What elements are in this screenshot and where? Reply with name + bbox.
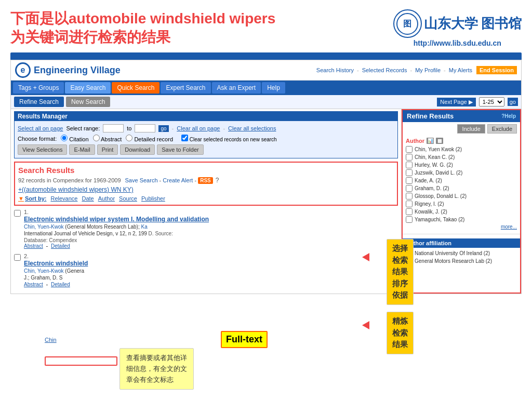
author-label-8: Rigney, I. (2) [415,201,444,207]
author-item-7: Glossop, Donald L. (2) [406,193,517,200]
email-button[interactable]: E-Mail [69,144,95,155]
view-selections-button[interactable]: View Selections [18,144,67,155]
select-range-label: Select range: [66,125,100,131]
author-check-1[interactable] [406,146,413,153]
end-session-button[interactable]: End Session [476,66,517,74]
abstract-radio-label[interactable]: Abstract [93,135,122,142]
abstract-link-1[interactable]: Abstract [24,243,43,249]
sort-date[interactable]: Date [82,195,94,202]
callout-sort-arrow [362,253,369,261]
result-2-checkbox[interactable] [14,254,21,261]
print-button[interactable]: Print [97,144,118,155]
chart-icon[interactable]: 📊 [427,138,434,144]
search-history-link[interactable]: Search History [316,67,354,73]
author-check-8[interactable] [406,201,413,207]
page-range-select[interactable]: 1-25 [479,97,504,107]
author-check-5[interactable] [406,177,413,184]
chin-link[interactable]: Chin, Yuen-Kwok [24,224,64,230]
result-2-title[interactable]: Electronic windshield [24,260,398,267]
result-2-content: 2. Electronic windshield Chin, Yuen-Kwok… [24,253,398,287]
refine-search-button[interactable]: Refine Search [14,97,64,107]
author-check-10[interactable] [406,216,413,223]
save-search-link[interactable]: Save Search [125,177,158,183]
author-check-6[interactable] [406,185,413,192]
library-url: http://www.lib.sdu.edu.cn [414,39,501,47]
result-1-title[interactable]: Electronic windshield wiper system I. Mo… [24,216,398,223]
exclude-button[interactable]: Exclude [487,124,517,134]
tab-help[interactable]: Help [262,82,285,94]
tab-expert-search[interactable]: Expert Search [161,82,210,94]
selected-records-link[interactable]: Selected Records [362,67,407,73]
refine-title: Refine Results [407,112,454,120]
detailed-radio[interactable] [126,135,132,141]
detailed-link-1[interactable]: Detailed [51,243,70,249]
create-alert-link[interactable]: Create Alert [163,177,193,183]
author-check-2[interactable] [406,154,413,161]
chin-link-2[interactable]: Chin, Yuen-Kwok [24,268,64,274]
clear-all-link[interactable]: Clear all selections [228,125,276,131]
sort-publisher[interactable]: Publisher [141,195,165,202]
detailed-radio-label[interactable]: Detailed record [126,135,173,142]
clear-selected-checkbox-label[interactable]: Clear selected records on new search [181,135,277,142]
author-section: Author 📊 ▦ Chin, Yuen Kwok (2) Chin, Kea… [403,136,520,232]
author-label-10: Yamaguchi, Takao (2) [415,217,464,222]
more-authors-link[interactable]: more... [406,224,517,230]
grid-icon[interactable]: ▦ [436,138,443,144]
include-exclude-row: Include Exclude [403,122,520,136]
query-link[interactable]: +((automobile windshield wipers) WN KY) [18,186,394,193]
sort-source[interactable]: Source [119,195,137,202]
new-search-button[interactable]: New Search [66,97,110,107]
blue-banner [10,52,522,60]
next-page-button[interactable]: Next Page ▶ [437,98,475,107]
go-button[interactable]: go [508,98,518,106]
university-name: 山东大学 图书馆 [424,15,522,33]
save-to-folder-button[interactable]: Save to Folder [157,144,204,155]
refine-help[interactable]: ?Help [501,113,516,119]
ev-logo-icon: e [15,62,31,78]
result-1-num: 1. [24,209,398,215]
abstract-radio[interactable] [93,135,100,141]
author-check-9[interactable] [406,208,413,215]
author-check-3[interactable] [406,162,413,168]
abstract-link-2[interactable]: Abstract [24,282,43,287]
tab-quick-search[interactable]: Quick Search [112,82,159,94]
tab-ask-expert[interactable]: Ask an Expert [212,82,261,94]
author-label-9: Kowalik, J. (2) [415,209,447,215]
clear-selected-checkbox[interactable] [181,135,188,141]
select-all-link[interactable]: Select all on page [18,125,63,131]
author-item-3: Hurley, W. G. (2) [406,162,517,168]
range-to-input[interactable] [135,124,155,132]
ev-container: e Engineering Village Search History - S… [10,60,522,294]
callout-refine-arrow [362,321,369,329]
university-logo: 图 山东大学 图书馆 http://www.lib.sdu.edu.cn [393,9,522,47]
detailed-link-2[interactable]: Detailed [51,282,70,287]
range-go-button[interactable]: go [158,125,168,132]
my-alerts-link[interactable]: My Alerts [449,67,472,73]
author-item-6: Graham, D. (2) [406,185,517,192]
range-from-input[interactable] [103,124,124,132]
rss-button[interactable]: RSS [198,177,213,184]
svg-text:图: 图 [403,19,411,28]
citation-radio[interactable] [61,135,68,141]
my-profile-link[interactable]: My Profile [415,67,441,73]
ka-link[interactable]: Ka [141,224,147,230]
abstract-detailed-highlight [45,356,117,366]
author-check-4[interactable] [406,169,413,176]
clear-all-page-link[interactable]: Clear all on page [177,125,220,131]
download-button[interactable]: Download [120,144,155,155]
callout-refine: 精炼检索结果 [387,312,414,354]
result-item-2: 2. Electronic windshield Chin, Yuen-Kwok… [14,253,398,287]
include-button[interactable]: Include [457,124,485,134]
tab-tags-groups[interactable]: Tags + Groups [13,82,64,94]
author-check-7[interactable] [406,193,413,200]
sort-relevance[interactable]: Relevance [50,195,77,202]
result-1-checkbox[interactable] [14,210,21,217]
callout-sort: 选择检索结果排序依据 [387,239,414,305]
tab-easy-search[interactable]: Easy Search [65,82,111,94]
ev-logo: e Engineering Village [15,62,121,78]
author-section-title: Author 📊 ▦ [406,138,517,144]
citation-radio-label[interactable]: Citation [61,135,88,142]
author-item-8: Rigney, I. (2) [406,201,517,207]
ev-header: e Engineering Village Search History - S… [11,60,521,81]
sort-author[interactable]: Author [98,195,115,202]
